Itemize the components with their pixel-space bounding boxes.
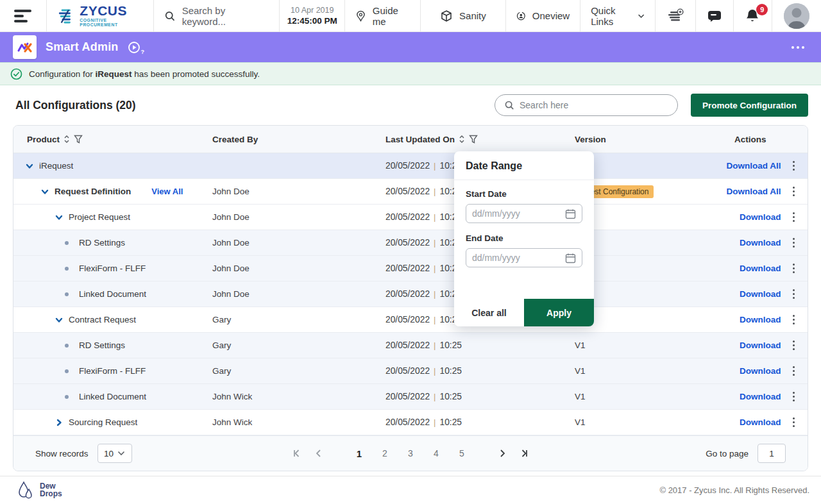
- calendar-icon[interactable]: [565, 208, 576, 219]
- table-row[interactable]: Contract Request Gary 20/05/2022|10:25 V…: [13, 307, 808, 333]
- kebab-menu-icon[interactable]: [789, 261, 799, 276]
- page-number-3[interactable]: 3: [402, 448, 419, 458]
- kebab-menu-icon[interactable]: [789, 312, 799, 327]
- layers-add-icon: [666, 8, 684, 24]
- end-date-input[interactable]: [472, 253, 561, 263]
- current-date: 10 Apr 2019: [291, 6, 334, 15]
- feedback-button[interactable]: [696, 0, 733, 31]
- kebab-menu-icon[interactable]: [789, 184, 799, 199]
- table-row[interactable]: FlexiForm - FLFF John Doe 20/05/2022|10:…: [13, 256, 808, 281]
- apply-button[interactable]: Apply: [524, 299, 594, 326]
- add-apps-button[interactable]: [656, 0, 695, 31]
- search-icon: [164, 10, 175, 22]
- created-by-cell: John Doe: [212, 212, 385, 222]
- chevron-down-icon[interactable]: [55, 213, 63, 222]
- actions-cell: Download All: [709, 158, 808, 173]
- kebab-menu-icon[interactable]: [789, 338, 799, 353]
- page-number-2[interactable]: 2: [377, 448, 393, 458]
- sanity-button[interactable]: Sanity: [421, 0, 506, 31]
- date-filter-icon[interactable]: [469, 135, 478, 144]
- smart-admin-logo: [13, 35, 37, 59]
- chevron-down-icon[interactable]: [55, 315, 63, 324]
- filter-icon[interactable]: [74, 135, 83, 144]
- download-link[interactable]: Download: [740, 340, 781, 350]
- last-updated-cell: 20/05/2022|10:25: [385, 417, 565, 427]
- oneview-button[interactable]: Oneview: [506, 0, 580, 31]
- notifications-button[interactable]: 9: [734, 0, 772, 31]
- kebab-menu-icon[interactable]: [789, 389, 799, 404]
- go-to-page-input[interactable]: [758, 444, 786, 463]
- bullet-icon: [65, 241, 69, 245]
- product-cell: RD Settings: [13, 340, 212, 350]
- table-row[interactable]: Linked Document John Wick 20/05/2022|10:…: [13, 384, 808, 410]
- table-search-input[interactable]: [520, 100, 668, 110]
- chevron-right-icon[interactable]: [55, 418, 63, 427]
- popup-title: Date Range: [454, 151, 594, 180]
- user-avatar[interactable]: [784, 3, 809, 29]
- table-row[interactable]: RD Settings John Doe 20/05/2022|10:25 V1…: [13, 230, 808, 256]
- calendar-icon[interactable]: [565, 253, 576, 264]
- download-link[interactable]: Download: [740, 289, 781, 299]
- global-search[interactable]: Search by keyword...: [154, 0, 279, 31]
- first-page-button[interactable]: [291, 447, 303, 460]
- guide-me-button[interactable]: Guide me: [345, 0, 420, 31]
- start-date-input[interactable]: [472, 208, 561, 219]
- kebab-menu-icon[interactable]: [789, 415, 799, 430]
- table-row[interactable]: Request Definition View All John Doe 20/…: [13, 179, 808, 205]
- help-video-button[interactable]: ?: [128, 41, 145, 54]
- download-link[interactable]: Download: [740, 366, 781, 376]
- actions-cell: Download All: [709, 184, 808, 199]
- kebab-menu-icon[interactable]: [789, 158, 799, 173]
- quick-links-dropdown[interactable]: Quick Links: [580, 0, 655, 31]
- next-page-button[interactable]: [496, 447, 509, 460]
- start-date-field: [466, 204, 582, 223]
- actions-cell: Download: [709, 389, 808, 404]
- menu-button[interactable]: [0, 0, 46, 31]
- configurations-table: Product Created By Last Updated On Versi…: [13, 125, 808, 471]
- prev-page-button[interactable]: [312, 447, 325, 460]
- clear-all-button[interactable]: Clear all: [454, 299, 524, 326]
- page-number-5[interactable]: 5: [453, 448, 470, 458]
- sort-icon[interactable]: [459, 135, 465, 144]
- table-row[interactable]: iRequest 20/05/2022|10:25 Download All: [13, 153, 808, 179]
- bullet-icon: [65, 395, 69, 399]
- download-link[interactable]: Download: [740, 212, 781, 222]
- play-help-icon: [128, 41, 140, 54]
- download-link[interactable]: Download All: [727, 187, 781, 196]
- table-row[interactable]: Linked Document John Doe 20/05/2022|10:2…: [13, 281, 808, 307]
- current-time: 12:45:00 PM: [287, 16, 337, 26]
- page-number-4[interactable]: 4: [428, 448, 444, 458]
- download-link[interactable]: Download All: [727, 161, 781, 171]
- actions-cell: Download: [709, 287, 808, 301]
- sort-icon[interactable]: [63, 135, 70, 144]
- column-header-last-updated: Last Updated On: [385, 135, 565, 144]
- kebab-menu-icon[interactable]: [789, 210, 799, 224]
- view-all-link[interactable]: View All: [151, 187, 183, 196]
- last-page-button[interactable]: [518, 447, 530, 460]
- download-link[interactable]: Download: [740, 417, 781, 427]
- table-row[interactable]: Project Request John Doe 20/05/2022|10:2…: [13, 205, 808, 230]
- kebab-menu-icon[interactable]: [789, 235, 799, 250]
- page-size-select[interactable]: 10: [97, 444, 132, 463]
- overflow-menu-icon[interactable]: [788, 42, 808, 53]
- download-link[interactable]: Download: [740, 315, 781, 324]
- table-row[interactable]: FlexiForm - FLFF Gary 20/05/2022|10:25 V…: [13, 358, 808, 384]
- kebab-menu-icon[interactable]: [789, 287, 799, 301]
- zycus-logo: ZYCUS COGNITIVE PROCUREMENT: [47, 0, 153, 31]
- download-link[interactable]: Download: [740, 264, 781, 273]
- promote-configuration-button[interactable]: Promote Configuration: [691, 94, 808, 117]
- chevron-down-icon[interactable]: [40, 187, 49, 196]
- actions-cell: Download: [709, 210, 808, 224]
- table-row[interactable]: Sourcing Request John Wick 20/05/2022|10…: [13, 410, 808, 435]
- download-link[interactable]: Download: [740, 238, 781, 248]
- chevron-down-icon[interactable]: [25, 162, 34, 171]
- bullet-icon: [65, 344, 69, 348]
- sanity-label: Sanity: [459, 10, 486, 21]
- download-link[interactable]: Download: [740, 392, 781, 401]
- kebab-menu-icon[interactable]: [789, 364, 799, 378]
- app-title: Smart Admin: [46, 40, 119, 54]
- page-number-1[interactable]: 1: [351, 448, 368, 459]
- table-row[interactable]: RD Settings Gary 20/05/2022|10:25 V1 Dow…: [13, 333, 808, 358]
- created-by-cell: Gary: [212, 340, 385, 350]
- chevron-down-icon: [638, 13, 645, 19]
